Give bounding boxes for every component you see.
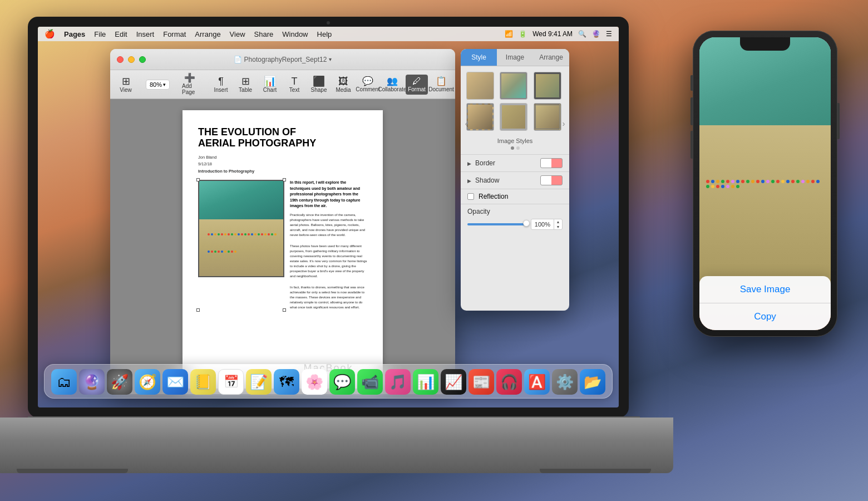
help-menu[interactable]: Help: [317, 30, 332, 38]
dock-item-notes[interactable]: 📒: [190, 369, 216, 395]
style-tab[interactable]: Style: [461, 49, 497, 66]
shape-button[interactable]: ⬛ Shape: [308, 74, 330, 95]
collaborate-button[interactable]: 👥 Collaborate: [381, 75, 403, 95]
format-button[interactable]: 🖊 Format: [406, 75, 428, 95]
image-tab[interactable]: Image: [497, 49, 533, 66]
dock-item-finder[interactable]: 🗂: [51, 369, 77, 395]
dock-item-airdrop[interactable]: 📂: [580, 369, 605, 395]
insert-menu[interactable]: Insert: [136, 30, 155, 38]
app-name-menu[interactable]: Pages: [64, 30, 85, 38]
window-titlebar: 📄 PhotographyReport_Sept12 ▾: [110, 49, 455, 70]
view-button[interactable]: ⊞ View: [115, 74, 137, 95]
document-title: PhotographyReport_Sept12: [244, 56, 327, 63]
view-menu[interactable]: View: [230, 30, 245, 38]
person: [781, 180, 785, 183]
arrange-tab[interactable]: Arrange: [533, 49, 569, 66]
style-thumb-3[interactable]: [534, 72, 561, 100]
style-thumb-2[interactable]: [500, 72, 527, 100]
border-color-swatch[interactable]: [540, 158, 563, 168]
copy-button[interactable]: Copy: [699, 303, 831, 330]
dock: 🗂 🔮 🚀 🧭 ✉️ 📒 📅 📝 🗺 🌸 💬 📹 🎵 📊 📈 📰 🎧 🅰️ ⚙: [44, 364, 613, 399]
file-menu[interactable]: File: [94, 30, 106, 38]
chart-label: Chart: [263, 87, 277, 93]
table-button[interactable]: ⊞ Table: [234, 74, 257, 95]
macbook-screen: 🍎 Pages File Edit Insert Format Arrange …: [38, 27, 619, 407]
dock-item-facetime[interactable]: 📹: [357, 369, 383, 395]
resize-handle-br[interactable]: [283, 308, 286, 312]
dock-item-calendar[interactable]: 📅: [218, 369, 244, 395]
add-page-button[interactable]: ➕ Add Page: [179, 71, 201, 97]
edit-menu[interactable]: Edit: [115, 30, 127, 38]
document-icon: 📋: [436, 77, 447, 86]
style-thumb-1[interactable]: [466, 72, 494, 100]
minimize-button[interactable]: [128, 56, 135, 63]
opacity-stepper: ▲ ▼: [554, 219, 562, 229]
dock-item-settings[interactable]: ⚙️: [552, 369, 578, 395]
dock-item-stickies[interactable]: 📝: [246, 369, 272, 395]
dock-item-siri[interactable]: 🔮: [79, 369, 105, 395]
dock-item-itunes[interactable]: 🎵: [385, 369, 411, 395]
shadow-triangle[interactable]: ▶: [467, 178, 472, 183]
chart-icon: 📊: [264, 76, 276, 86]
media-button[interactable]: 🖼 Media: [332, 74, 354, 95]
chart-button[interactable]: 📊 Chart: [259, 74, 281, 95]
border-triangle[interactable]: ▶: [467, 161, 472, 165]
save-image-button[interactable]: Save Image: [699, 276, 831, 303]
styles-prev-button[interactable]: ‹: [462, 119, 471, 128]
person: [248, 233, 250, 235]
dock-item-photos[interactable]: 🌸: [302, 369, 327, 395]
apple-menu[interactable]: 🍎: [45, 29, 55, 39]
comment-button[interactable]: 💬 Comment: [357, 75, 379, 95]
person: [766, 180, 770, 183]
opacity-decrement[interactable]: ▼: [554, 224, 562, 229]
styles-next-button[interactable]: ›: [559, 119, 568, 128]
aerial-image[interactable]: [198, 180, 284, 277]
beach-scene: [199, 181, 283, 276]
style-thumb-5[interactable]: [500, 103, 527, 131]
dock-item-music[interactable]: 🎧: [496, 369, 522, 395]
person: [771, 180, 775, 183]
reflection-checkbox[interactable]: [467, 193, 474, 200]
opacity-slider[interactable]: [467, 223, 526, 225]
dock-item-news[interactable]: 📰: [468, 369, 494, 395]
dock-item-mail[interactable]: ✉️: [162, 369, 188, 395]
insert-button[interactable]: ¶ Insert: [210, 74, 232, 95]
siri-icon[interactable]: 🔮: [592, 30, 600, 38]
fullscreen-button[interactable]: [139, 56, 146, 63]
resize-handle-tr[interactable]: [283, 178, 286, 181]
dock-item-numbers[interactable]: 📊: [413, 369, 438, 395]
chevron-down-icon[interactable]: ▾: [329, 56, 332, 62]
dock-item-launchpad[interactable]: 🚀: [107, 369, 132, 395]
opacity-slider-thumb[interactable]: [523, 220, 530, 227]
add-page-label: Add Page: [182, 83, 198, 95]
text-button[interactable]: T Text: [283, 74, 305, 95]
style-thumb-6[interactable]: [534, 103, 561, 131]
dock-item-messages[interactable]: 💬: [329, 369, 355, 395]
resize-handle-bl[interactable]: [196, 308, 200, 312]
dock-item-maps[interactable]: 🗺: [274, 369, 299, 395]
opacity-increment[interactable]: ▲: [554, 219, 562, 224]
controls-icon[interactable]: ☰: [606, 30, 612, 38]
person: [706, 185, 709, 188]
dock-item-appstore[interactable]: 🅰️: [524, 369, 550, 395]
close-button[interactable]: [117, 56, 124, 63]
dock-item-safari[interactable]: 🧭: [135, 369, 160, 395]
zoom-control[interactable]: 80% ▾: [146, 80, 170, 90]
menu-clock: Wed 9:41 AM: [532, 30, 573, 38]
opacity-number: 100%: [531, 220, 554, 229]
format-icon: 🖊: [412, 77, 421, 86]
document-button[interactable]: 📋 Document: [430, 75, 452, 95]
person: [716, 180, 719, 183]
shadow-color-swatch[interactable]: [540, 175, 563, 185]
arrange-menu[interactable]: Arrange: [195, 30, 220, 38]
window-menu[interactable]: Window: [282, 30, 308, 38]
person: [731, 180, 734, 183]
search-icon[interactable]: 🔍: [578, 30, 586, 38]
dock-item-stocks[interactable]: 📈: [441, 369, 466, 395]
pages-window: 📄 PhotographyReport_Sept12 ▾ ⊞ View: [110, 49, 455, 394]
format-menu[interactable]: Format: [163, 30, 186, 38]
iphone: Save Image Copy: [693, 31, 837, 337]
shadow-label: Shadow: [475, 176, 499, 184]
resize-handle-tl[interactable]: [196, 178, 200, 181]
share-menu[interactable]: Share: [254, 30, 274, 38]
